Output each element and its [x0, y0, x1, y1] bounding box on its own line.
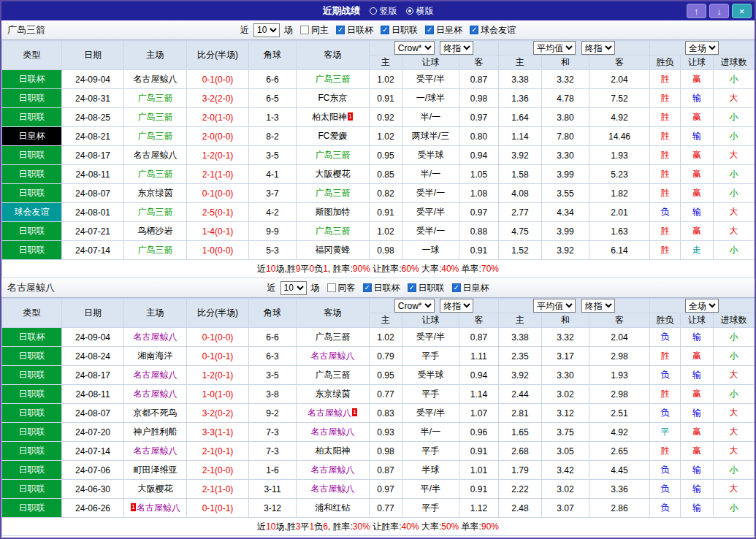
match-count-select[interactable]: 10	[253, 23, 280, 37]
match-type: 日职联	[2, 366, 62, 385]
match-type: 日职联	[2, 222, 62, 241]
filter-checkbox-label: 日职联	[392, 24, 418, 37]
col-avg-draw: 和	[542, 313, 589, 328]
summary-segment: 50%	[441, 521, 459, 532]
odds-away: 0.91	[459, 480, 499, 499]
match-type: 日职联	[2, 108, 62, 127]
filter-bar: 近 10 场 同客日联杯日职联日皇杯	[267, 281, 489, 295]
match-score: 2-1(0-0)	[187, 461, 249, 480]
radio-horizontal-layout[interactable]: 横版	[406, 5, 434, 18]
avg-away: 7.52	[589, 89, 650, 108]
col-home: 主场	[124, 299, 187, 328]
team-name-text: 福冈黄蜂	[316, 245, 351, 255]
odds-source-select[interactable]: Crow*	[394, 41, 435, 55]
scroll-up-button[interactable]: ↑	[687, 4, 706, 18]
scroll-down-button[interactable]: ↓	[709, 4, 729, 18]
scope-select[interactable]: 全场	[685, 299, 719, 313]
filter-checkbox[interactable]: 同主	[300, 24, 329, 37]
match-type: 日职联	[2, 385, 62, 404]
col-avg-home: 主	[499, 313, 542, 328]
odds-home: 0.91	[370, 203, 402, 222]
near-label: 近	[267, 282, 276, 294]
home-team: 广岛三箭	[124, 241, 187, 260]
corner-score: 6-3	[249, 347, 297, 366]
filter-checkbox[interactable]: 日职联	[381, 24, 418, 37]
col-odds-line: 让球	[402, 313, 459, 328]
away-team: 大阪樱花	[297, 165, 370, 184]
corner-score: 3-7	[249, 184, 297, 203]
match-row: 日联杯24-09-04名古屋鲸八0-1(0-0)6-6广岛三箭1.02受平/半0…	[2, 70, 755, 89]
average-time-select[interactable]: 终指	[581, 41, 615, 55]
col-avg-draw: 和	[542, 56, 589, 70]
close-button[interactable]: ×	[732, 4, 752, 18]
match-row: 日职联24-07-06町田泽维亚2-1(0-0)1-6名古屋鲸八0.87半球1.…	[2, 461, 755, 480]
home-team: 神户胜利船	[124, 423, 187, 442]
result-wdl: 负	[650, 461, 681, 480]
radio-horizontal-label: 横版	[416, 5, 434, 18]
filter-checkbox[interactable]: 日皇杯	[425, 24, 462, 37]
result-goals: 小	[714, 328, 755, 347]
team-name-text: 柏太阳神	[312, 112, 347, 122]
col-avg-away: 客	[589, 313, 650, 328]
match-row: 日皇杯24-08-21广岛三箭2-0(0-0)8-2FC爱媛1.02两球半/三0…	[2, 127, 755, 146]
odds-time-select[interactable]: 终指	[440, 41, 473, 55]
filter-checkbox[interactable]: 同客	[327, 282, 356, 294]
home-team: 名古屋鲸八	[124, 70, 187, 89]
radio-vertical-layout[interactable]: 竖版	[370, 5, 397, 18]
team-name-text: 广岛三箭	[138, 169, 173, 179]
summary-segment: , 胜率:	[328, 521, 353, 532]
match-date: 24-09-04	[62, 328, 124, 347]
match-row: 日联杯24-09-04名古屋鲸八0-1(0-0)6-6广岛三箭1.02受平/半0…	[2, 328, 755, 347]
filter-checkbox[interactable]: 球会友谊	[470, 24, 516, 37]
average-source-select[interactable]: 平均值	[533, 299, 576, 313]
match-date: 24-08-31	[62, 89, 124, 108]
odds-home: 1.02	[370, 70, 402, 89]
odds-time-select[interactable]: 终指	[440, 299, 473, 313]
filter-checkbox[interactable]: 日职联	[408, 282, 445, 294]
odds-home: 1.02	[370, 328, 402, 347]
avg-away: 2.65	[589, 442, 650, 461]
match-score: 1-2(0-1)	[187, 366, 249, 385]
matches-table: 类型 日期 主场 比分(半场) 角球 客场 Crow* 终指 平均值 终指 全场	[1, 298, 755, 536]
avg-away: 2.98	[589, 347, 650, 366]
filter-checkbox[interactable]: 日联杯	[336, 24, 373, 37]
filter-checkbox[interactable]: 日皇杯	[452, 282, 489, 294]
team-name-text: 大阪樱花	[316, 169, 351, 179]
odds-home: 1.02	[370, 127, 402, 146]
summary-text: 近10场,胜9平0负1, 胜率:90% 让胜率:60% 大率:40% 单率:70…	[2, 260, 755, 278]
col-goals-result: 进球数	[714, 56, 755, 70]
odds-source-select[interactable]: Crow*	[394, 299, 435, 313]
avg-away: 3.36	[589, 480, 650, 499]
odds-line: 受半球	[402, 366, 459, 385]
radio-icon	[370, 7, 377, 15]
avg-home: 4.08	[499, 184, 542, 203]
home-team: 广岛三箭	[124, 165, 187, 184]
scope-select[interactable]: 全场	[685, 41, 719, 55]
summary-segment: 6	[323, 521, 328, 532]
match-row: 日职联24-08-25广岛三箭2-0(1-0)1-3柏太阳神10.92半/一0.…	[2, 108, 755, 127]
result-goals: 小	[714, 499, 755, 518]
home-team: 东京绿茵	[124, 184, 187, 203]
filter-checkbox-label: 同客	[338, 282, 356, 294]
average-time-select[interactable]: 终指	[581, 299, 615, 313]
team-name-text: 名古屋鲸八	[311, 427, 355, 437]
window-title: 近期战绩	[323, 4, 361, 18]
average-source-select[interactable]: 平均值	[533, 41, 576, 55]
match-score: 1-2(0-1)	[187, 146, 249, 165]
match-count-select[interactable]: 10	[280, 281, 307, 295]
team-name-text: FC东京	[318, 93, 348, 103]
odds-home: 0.98	[370, 442, 402, 461]
match-date: 24-09-04	[62, 70, 124, 89]
match-date: 24-06-30	[62, 480, 124, 499]
filter-checkbox-label: 同主	[311, 24, 329, 37]
result-handicap: 输	[681, 328, 714, 347]
summary-segment: 90%	[481, 521, 499, 532]
match-type: 日皇杯	[2, 127, 62, 146]
match-date: 24-07-06	[62, 461, 124, 480]
match-type: 日职联	[2, 499, 62, 518]
filter-checkbox[interactable]: 日联杯	[363, 282, 400, 294]
match-score: 2-1(1-0)	[187, 480, 249, 499]
team-name-text: 广岛三箭	[138, 131, 173, 141]
avg-away: 1.63	[589, 222, 650, 241]
corner-score: 6-6	[249, 70, 297, 89]
